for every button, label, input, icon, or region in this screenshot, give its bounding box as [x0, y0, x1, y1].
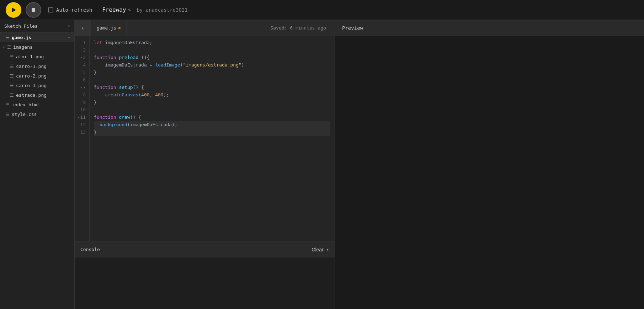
- file-arrow-gamejs: ▾: [68, 36, 70, 39]
- unsaved-dot: [118, 27, 121, 29]
- code-line-10: [94, 106, 330, 114]
- sidebar: Sketch Files ▾ ☰ game.js ▾ ▾ ☰ imagens ☰…: [0, 20, 75, 309]
- code-line-7: function setup() {: [94, 84, 330, 91]
- line-number-12: 12: [75, 121, 89, 129]
- play-button[interactable]: [6, 2, 21, 18]
- line-number-6: 6: [75, 76, 89, 84]
- line-number-9: 9: [75, 99, 89, 106]
- preview-header: Preview: [335, 20, 644, 36]
- code-line-2: [94, 47, 330, 54]
- code-line-5: }: [94, 69, 330, 76]
- file-icon-carro2: ☰: [10, 74, 14, 79]
- code-line-11: function draw() {: [94, 114, 330, 121]
- code-line-8: createCanvas(400, 400);: [94, 91, 330, 99]
- line-number-4: 4: [75, 62, 89, 69]
- line-number-2: 2: [75, 47, 89, 54]
- stop-button[interactable]: [26, 2, 41, 18]
- code-line-13: }: [94, 129, 330, 136]
- auto-refresh-label: Auto-refresh: [56, 7, 92, 13]
- console-area: Console Clear ▾: [75, 241, 335, 309]
- sidebar-header-title: Sketch Files: [4, 23, 38, 29]
- file-name-carro2: carro-2.png: [16, 73, 70, 79]
- folder-arrow-imagens: ▾: [3, 45, 5, 49]
- file-icon-stylecss: ☰: [6, 112, 10, 117]
- code-line-3: function preload (){: [94, 54, 330, 62]
- code-line-6: [94, 76, 330, 84]
- editor-area: ‹ game.js Saved: 6 minutes ago 12▾3456▾7…: [75, 20, 335, 309]
- auto-refresh-checkbox[interactable]: [48, 7, 53, 12]
- sidebar-item-carro3[interactable]: ☰ carro-3.png: [0, 81, 74, 90]
- toolbar: Auto-refresh Freeway ✎ by anadcastro3021: [0, 0, 644, 20]
- sidebar-item-stylecss[interactable]: ☰ style.css: [0, 110, 74, 119]
- svg-rect-1: [32, 8, 35, 12]
- console-actions: Clear ▾: [312, 247, 329, 252]
- sidebar-item-indexhtml[interactable]: ☰ index.html: [0, 100, 74, 110]
- file-icon-ator1: ☰: [10, 54, 14, 59]
- editor-saved-status: Saved: 6 minutes ago: [270, 25, 326, 31]
- line-number-3: ▾3: [75, 54, 89, 62]
- file-name-indexhtml: index.html: [12, 102, 70, 107]
- svg-marker-0: [12, 7, 16, 12]
- code-line-1: let imgagemDaEstrada;: [94, 39, 330, 47]
- file-name-ator1: ator-1.png: [16, 54, 70, 59]
- play-icon: [10, 7, 17, 13]
- code-content[interactable]: let imgagemDaEstrada; function preload (…: [90, 36, 335, 241]
- preview-pane: Preview: [335, 20, 644, 309]
- file-name-stylecss: style.css: [12, 112, 70, 117]
- editor-back-button[interactable]: ‹: [75, 20, 91, 36]
- folder-icon-imagens: ☰: [7, 45, 11, 50]
- console-chevron-icon[interactable]: ▾: [326, 247, 329, 252]
- sidebar-item-estrada[interactable]: ☰ estrada.png: [0, 90, 74, 100]
- clear-button[interactable]: Clear: [312, 247, 323, 252]
- line-number-11: ▾11: [75, 114, 89, 121]
- line-number-1: 1: [75, 39, 89, 47]
- console-header: Console Clear ▾: [75, 242, 335, 257]
- code-line-12: background(imagemDaEstrada);: [94, 121, 330, 129]
- file-icon-carro3: ☰: [10, 83, 14, 88]
- sidebar-dropdown-icon: ▾: [68, 24, 70, 28]
- code-line-4: imagemDaEstrada = loadImage("imagens/est…: [94, 62, 330, 69]
- stop-icon: [31, 7, 36, 12]
- file-icon-gamejs: ☰: [6, 35, 10, 40]
- sidebar-item-carro2[interactable]: ☰ carro-2.png: [0, 71, 74, 81]
- console-body: [75, 257, 335, 309]
- preview-body: [335, 36, 644, 309]
- code-line-9: }: [94, 99, 330, 106]
- sidebar-header[interactable]: Sketch Files ▾: [0, 20, 74, 33]
- file-name-gamejs: game.js: [12, 35, 66, 40]
- file-icon-estrada: ☰: [10, 93, 14, 98]
- editor-tab-name: game.js: [97, 25, 116, 31]
- sidebar-item-gamejs[interactable]: ☰ game.js ▾: [0, 33, 74, 42]
- code-editor[interactable]: 12▾3456▾78910▾111213 let imgagemDaEstrad…: [75, 36, 335, 241]
- line-number-7: ▾7: [75, 84, 89, 91]
- line-number-5: 5: [75, 69, 89, 76]
- file-name-estrada: estrada.png: [16, 92, 70, 98]
- auto-refresh-area: Auto-refresh: [48, 7, 92, 13]
- preview-title: Preview: [342, 25, 363, 31]
- sidebar-item-imagens[interactable]: ▾ ☰ imagens: [0, 42, 74, 52]
- editor-tab-gamejs[interactable]: game.js: [91, 20, 127, 36]
- file-name-carro1: carro-1.png: [16, 64, 70, 69]
- edit-project-icon[interactable]: ✎: [128, 7, 131, 12]
- line-number-10: 10: [75, 106, 89, 114]
- editor-header: ‹ game.js Saved: 6 minutes ago: [75, 20, 335, 36]
- line-number-13: 13: [75, 129, 89, 136]
- folder-name-imagens: imagens: [13, 44, 70, 50]
- project-name-area: Freeway ✎: [102, 6, 131, 13]
- sidebar-item-carro1[interactable]: ☰ carro-1.png: [0, 62, 74, 71]
- file-name-carro3: carro-3.png: [16, 83, 70, 88]
- file-icon-indexhtml: ☰: [6, 102, 10, 107]
- sidebar-item-ator1[interactable]: ☰ ator-1.png: [0, 52, 74, 62]
- file-icon-carro1: ☰: [10, 64, 14, 69]
- main-area: Sketch Files ▾ ☰ game.js ▾ ▾ ☰ imagens ☰…: [0, 20, 644, 309]
- line-numbers: 12▾3456▾78910▾111213: [75, 36, 90, 241]
- line-number-8: 8: [75, 91, 89, 99]
- console-title: Console: [80, 247, 100, 252]
- project-name-text: Freeway: [102, 6, 126, 13]
- by-user-label: by anadcastro3021: [137, 7, 187, 13]
